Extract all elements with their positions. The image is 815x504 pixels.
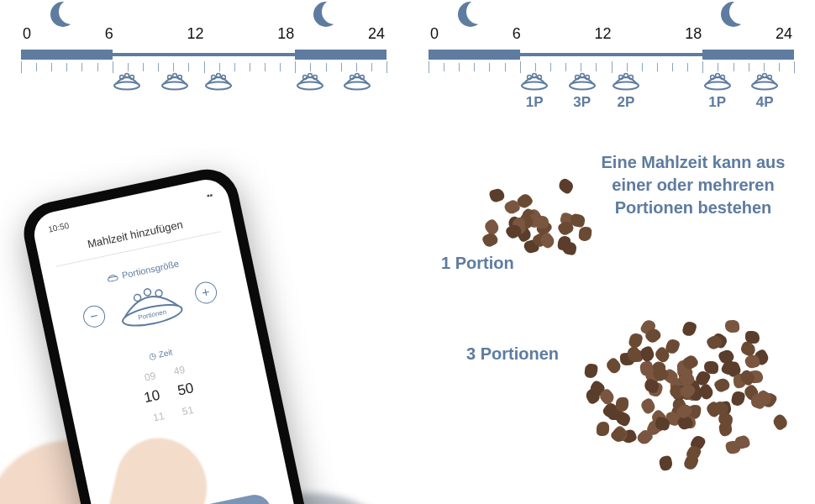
svg-point-8: [206, 82, 231, 90]
svg-point-36: [623, 74, 628, 78]
moon-icon: [458, 2, 483, 27]
tl-12: 12: [187, 25, 203, 43]
svg-point-9: [211, 76, 215, 80]
timeline-left: 0 6 12 18 24: [21, 25, 386, 118]
feeding-bowl-icon: [343, 72, 371, 91]
svg-point-34: [613, 82, 639, 90]
status-icons: ▪▪: [206, 190, 213, 200]
portion-bowl-icon: Portionen: [112, 276, 188, 334]
svg-point-4: [162, 82, 187, 90]
moon-icon: [50, 2, 76, 27]
svg-point-11: [221, 76, 225, 80]
night-segment: [295, 50, 386, 60]
time-picker[interactable]: 0949 1050 1151: [106, 353, 233, 434]
svg-point-3: [130, 76, 134, 80]
timeline-labels: 0 6 12 18 24: [21, 25, 386, 43]
svg-point-17: [350, 76, 355, 80]
kibble-pile-large: [567, 302, 794, 470]
kibble-pile-small: [458, 168, 592, 260]
svg-point-37: [628, 76, 633, 80]
description-text: Eine Mahlzeit kann aus einer oder mehrer…: [597, 151, 790, 219]
right-panel: 0 6 12 18 24 1P3P2P1P4P Eine Mahlzeit ka…: [408, 0, 815, 504]
svg-point-44: [763, 74, 767, 78]
feeding-bowl-icon: 4P: [750, 72, 779, 111]
phone-photo: 10:50▪▪ Mahlzeit hinzufügen Portionsgröß…: [0, 152, 447, 504]
moon-icon: [313, 2, 339, 27]
svg-point-15: [313, 76, 317, 80]
svg-point-40: [715, 74, 719, 78]
svg-point-41: [720, 76, 724, 80]
time-section-label: ◷ Zeit: [148, 347, 173, 361]
svg-point-42: [752, 82, 777, 90]
tl-0: 0: [23, 25, 31, 43]
svg-point-24: [155, 289, 162, 297]
svg-point-6: [172, 74, 176, 78]
feeding-bowl-icon: 2P: [612, 72, 640, 111]
svg-point-33: [585, 76, 589, 80]
svg-point-12: [297, 82, 323, 90]
bowl-icon: [107, 272, 120, 282]
tl-24: 24: [368, 25, 385, 43]
svg-point-29: [538, 76, 542, 80]
svg-point-26: [522, 82, 547, 90]
svg-point-28: [533, 74, 537, 78]
svg-point-1: [120, 76, 124, 80]
svg-point-39: [710, 76, 714, 80]
feeding-bowl-icon: 3P: [568, 72, 597, 111]
portion-label-3: 3 Portionen: [466, 344, 559, 364]
svg-point-22: [134, 294, 141, 302]
feeding-bowl-icon: 1P: [520, 72, 549, 111]
svg-point-35: [618, 76, 623, 80]
svg-point-38: [705, 82, 730, 90]
svg-point-45: [768, 76, 772, 80]
svg-point-31: [575, 76, 579, 80]
svg-point-18: [355, 74, 360, 78]
status-time: 10:50: [47, 221, 70, 234]
increase-button[interactable]: +: [193, 280, 219, 306]
moon-icon: [721, 2, 746, 27]
svg-point-10: [216, 74, 220, 78]
feeding-bowl-icon: [160, 72, 189, 91]
svg-point-14: [308, 74, 312, 78]
svg-point-19: [360, 76, 365, 80]
night-segment: [21, 50, 113, 60]
svg-point-16: [344, 82, 370, 90]
timeline-labels: 0 6 12 18 24: [429, 25, 794, 43]
feeding-bowl-icon: [204, 72, 233, 91]
svg-point-13: [302, 76, 307, 80]
svg-point-0: [114, 82, 139, 90]
svg-point-23: [144, 288, 151, 296]
svg-point-2: [125, 74, 129, 78]
timeline-right: 0 6 12 18 24 1P3P2P1P4P: [429, 25, 794, 118]
decrease-button[interactable]: −: [82, 303, 108, 329]
svg-text:Portionen: Portionen: [138, 308, 167, 322]
svg-point-30: [570, 82, 595, 90]
feeding-bowl-icon: 1P: [703, 72, 732, 111]
svg-point-27: [528, 76, 532, 80]
svg-point-7: [177, 76, 181, 80]
tl-6: 6: [105, 25, 113, 43]
svg-point-43: [758, 76, 762, 80]
feeding-bowl-icon: [113, 72, 141, 91]
tl-18: 18: [277, 25, 294, 43]
svg-point-5: [167, 76, 171, 80]
svg-point-32: [580, 74, 584, 78]
feeding-bowl-icon: [296, 72, 324, 91]
night-segment: [429, 50, 520, 60]
night-segment: [702, 50, 794, 60]
left-panel: 0 6 12 18 24 10:50▪▪ Mahlzeit hinzufügen: [0, 0, 408, 504]
